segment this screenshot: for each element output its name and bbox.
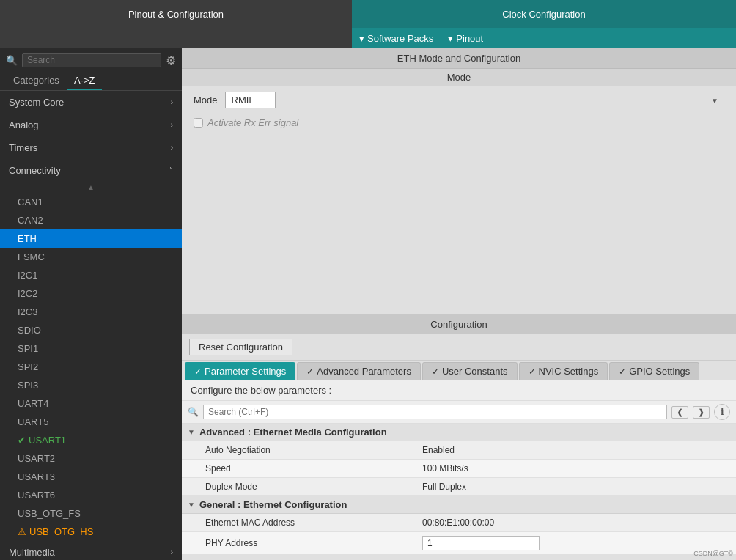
params-content: Configure the below parameters : 🔍 ❰ ❱ ℹ… — [182, 380, 736, 560]
check-icon: ✔ — [18, 435, 26, 446]
activate-rx-checkbox[interactable] — [194, 118, 203, 128]
usb-otg-hs-label: USB_OTG_HS — [29, 526, 93, 537]
info-button[interactable]: ℹ — [714, 404, 730, 420]
chevron-down-icon-3: ˅ — [169, 166, 173, 174]
system-core-label: System Core — [9, 97, 64, 108]
tab-advanced-parameters[interactable]: ✓ Advanced Parameters — [297, 362, 421, 380]
expand-arrow: ▲ — [0, 182, 182, 193]
multimedia-label: Multimedia — [9, 547, 55, 558]
uart4-label: UART4 — [18, 398, 48, 409]
mode-select-wrapper: RMII MII Disabled — [225, 92, 724, 108]
tab-nvic-settings-label: NVIC Settings — [539, 366, 599, 377]
params-description: Configure the below parameters : — [182, 380, 736, 401]
param-name-duplex-mode: Duplex Mode — [182, 478, 416, 495]
clock-header[interactable]: Clock Configuration — [352, 0, 736, 28]
pinout-title: Pinout & Configuration — [128, 9, 224, 20]
sidebar-item-multimedia[interactable]: Multimedia › — [0, 541, 182, 560]
sidebar-item-can2[interactable]: CAN2 — [0, 211, 182, 229]
sidebar-item-eth[interactable]: ETH — [0, 229, 182, 248]
sidebar-item-usart1[interactable]: ✔ USART1 — [0, 431, 182, 449]
sidebar-item-sdio[interactable]: SDIO — [0, 321, 182, 339]
usb-otg-fs-label: USB_OTG_FS — [18, 508, 81, 519]
sidebar-item-usb-otg-hs[interactable]: ⚠ USB_OTG_HS — [0, 523, 182, 541]
check-icon-tab2: ✓ — [432, 366, 439, 377]
sidebar-search-bar: 🔍 ⚙ — [0, 48, 182, 72]
pinout-header[interactable]: Pinout & Configuration — [0, 0, 352, 28]
sidebar-item-spi3[interactable]: SPI3 — [0, 376, 182, 394]
sidebar-item-spi1[interactable]: SPI1 — [0, 339, 182, 358]
sidebar-item-system-core[interactable]: System Core › — [0, 91, 182, 114]
phy-address-input[interactable] — [422, 536, 540, 550]
spi2-label: SPI2 — [18, 361, 38, 372]
uart5-label: UART5 — [18, 416, 48, 427]
param-value-duplex-mode: Full Duplex — [416, 478, 736, 495]
mode-select[interactable]: RMII MII Disabled — [225, 92, 276, 108]
config-toolbar: Reset Configuration — [182, 334, 736, 361]
sidebar-item-i2c1[interactable]: I2C1 — [0, 266, 182, 284]
analog-label: Analog — [9, 119, 38, 130]
activate-rx-row: Activate Rx Err signal — [182, 114, 736, 134]
param-row-duplex-mode: Duplex Mode Full Duplex — [182, 478, 736, 496]
check-icon-tab4: ✓ — [619, 366, 626, 377]
spi1-label: SPI1 — [18, 343, 38, 354]
sidebar-item-can1[interactable]: CAN1 — [0, 193, 182, 211]
sidebar-item-analog[interactable]: Analog › — [0, 114, 182, 136]
sidebar-item-spi2[interactable]: SPI2 — [0, 358, 182, 376]
sidebar-item-connectivity[interactable]: Connectivity ˅ — [0, 159, 182, 182]
sub-header: ▾ Software Packs ▾ Pinout — [0, 28, 736, 48]
param-value-mac-address: 00:80:E1:00:00:00 — [416, 514, 736, 531]
sidebar-item-fsmc[interactable]: FSMC — [0, 248, 182, 266]
collapse-icon[interactable]: ▼ — [188, 428, 195, 436]
gear-icon[interactable]: ⚙ — [166, 54, 176, 67]
params-search-bar: 🔍 ❰ ❱ ℹ — [182, 401, 736, 424]
sidebar-item-uart4[interactable]: UART4 — [0, 394, 182, 413]
warning-icon: ⚠ — [18, 526, 26, 537]
check-icon-tab0: ✓ — [194, 366, 202, 377]
param-row-phy-address: PHY Address — [182, 532, 736, 555]
usart3-label: USART3 — [18, 471, 55, 482]
pinout-nav[interactable]: ▾ Pinout — [448, 33, 483, 44]
sub-header-left — [0, 28, 352, 48]
sidebar-item-usart2[interactable]: USART2 — [0, 449, 182, 468]
software-packs-nav[interactable]: ▾ Software Packs — [359, 33, 433, 44]
mode-row: Mode RMII MII Disabled — [182, 86, 736, 114]
params-search-input[interactable] — [203, 405, 667, 419]
param-group-advanced: ▼ Advanced : Ethernet Media Configuratio… — [182, 424, 736, 441]
tab-nvic-settings[interactable]: ✓ NVIC Settings — [519, 362, 608, 380]
sidebar-item-timers[interactable]: Timers › — [0, 136, 182, 159]
eth-label: ETH — [18, 233, 37, 244]
tab-categories[interactable]: Categories — [6, 72, 67, 90]
sidebar-item-i2c3[interactable]: I2C3 — [0, 303, 182, 321]
tab-az[interactable]: A->Z — [67, 72, 103, 90]
collapse-icon-2[interactable]: ▼ — [188, 501, 195, 509]
param-name-auto-negotiation: Auto Negotiation — [182, 441, 416, 459]
tab-gpio-settings[interactable]: ✓ GPIO Settings — [609, 362, 699, 380]
search-input[interactable] — [22, 53, 161, 67]
sidebar-item-usart3[interactable]: USART3 — [0, 468, 182, 486]
sidebar-item-usb-otg-fs[interactable]: USB_OTG_FS — [0, 504, 182, 523]
i2c1-label: I2C1 — [18, 270, 37, 281]
tab-user-constants[interactable]: ✓ User Constants — [422, 362, 518, 380]
sidebar-item-i2c2[interactable]: I2C2 — [0, 284, 182, 303]
param-table: ▼ Advanced : Ethernet Media Configuratio… — [182, 424, 736, 560]
param-name-speed: Speed — [182, 460, 416, 477]
tab-gpio-settings-label: GPIO Settings — [629, 366, 690, 377]
tab-parameter-settings-label: Parameter Settings — [205, 366, 286, 377]
sidebar-item-uart5[interactable]: UART5 — [0, 413, 182, 431]
search-next-button[interactable]: ❱ — [693, 406, 710, 419]
search-icon-params: 🔍 — [188, 407, 199, 417]
param-name-mac-address: Ethernet MAC Address — [182, 514, 416, 531]
param-group-ethernet-basic: ▼ Ethernet Basic Configuration — [182, 555, 736, 560]
tab-parameter-settings[interactable]: ✓ Parameter Settings — [185, 362, 295, 380]
reset-configuration-button[interactable]: Reset Configuration — [189, 339, 292, 355]
watermark: CSDN@GT© — [693, 550, 733, 557]
sidebar-item-usart6[interactable]: USART6 — [0, 486, 182, 504]
general-group-label: General : Ethernet Configuration — [199, 499, 347, 510]
configure-label: Configure the below parameters : — [191, 385, 331, 396]
pinout-nav-label: Pinout — [456, 33, 483, 44]
param-group-general: ▼ General : Ethernet Configuration — [182, 496, 736, 514]
config-tabs: ✓ Parameter Settings ✓ Advanced Paramete… — [182, 361, 736, 380]
search-prev-button[interactable]: ❰ — [671, 406, 688, 419]
param-value-speed: 100 MBits/s — [416, 460, 736, 477]
check-icon-tab3: ✓ — [529, 366, 536, 377]
